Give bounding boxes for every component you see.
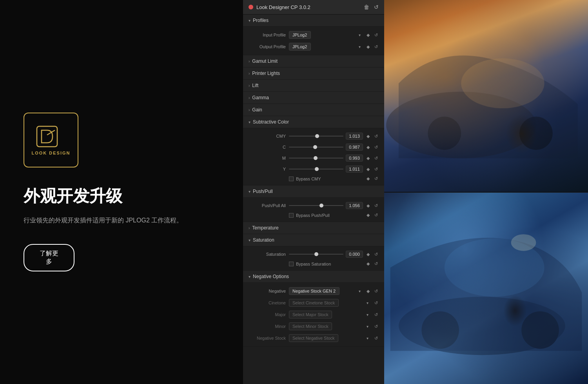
bypass-saturation-checkbox[interactable] [289, 262, 294, 266]
m-diamond[interactable]: ◆ [365, 156, 371, 161]
svg-point-3 [428, 116, 461, 150]
input-profile-diamond[interactable]: ◆ [365, 33, 371, 38]
subtractive-color-label: Subtractive Color [253, 119, 289, 125]
bypass-pushpull-checkbox[interactable] [289, 213, 294, 218]
bypass-cmy-actions: ◆ ↺ [365, 176, 379, 181]
push-pull-diamond[interactable]: ◆ [365, 203, 371, 208]
gamma-section-header[interactable]: › Gamma [243, 92, 384, 104]
minor-select[interactable]: Select Minor Stock [289, 322, 332, 330]
gamma-label: Gamma [252, 95, 269, 100]
bypass-saturation-reset[interactable]: ↺ [373, 261, 379, 266]
output-profile-reset[interactable]: ↺ [373, 44, 379, 49]
saturation-label: Saturation [253, 237, 274, 243]
cmy-slider[interactable] [289, 133, 343, 139]
negative-options-section-header[interactable]: ▾ Negative Options [243, 271, 384, 283]
bypass-cmy-checkbox[interactable] [289, 177, 294, 181]
neg-stock-reset[interactable]: ↺ [373, 336, 379, 341]
major-reset[interactable]: ↺ [373, 312, 379, 317]
printer-lights-arrow: › [249, 71, 250, 76]
gamut-limit-section-header[interactable]: › Gamut Limit [243, 55, 384, 67]
learn-more-button[interactable]: 了解更多 [24, 244, 74, 271]
saturation-value[interactable]: 0.000 [346, 251, 363, 258]
neg-stock-select[interactable]: Select Negative Stock [289, 334, 338, 342]
plugin-title: Look Designer CP 3.0.2 [256, 4, 310, 10]
bypass-cmy-label: Bypass CMY [296, 177, 321, 181]
reset-icon[interactable]: ↺ [374, 4, 379, 10]
bypass-cmy-reset[interactable]: ↺ [373, 176, 379, 181]
lift-section-header[interactable]: › Lift [243, 80, 384, 92]
push-pull-section-header[interactable]: ▾ Push/Pull [243, 186, 384, 198]
input-profile-select[interactable]: JPLog2 [289, 31, 311, 39]
push-pull-track [289, 205, 343, 206]
c-reset[interactable]: ↺ [373, 145, 379, 150]
bypass-pushpull-diamond[interactable]: ◆ [365, 213, 371, 218]
minor-row: Minor Select Minor Stock ↺ [243, 320, 384, 332]
svg-point-9 [511, 234, 536, 251]
c-thumb [313, 145, 317, 149]
m-slider[interactable] [289, 155, 343, 161]
push-pull-value[interactable]: 1.056 [346, 202, 363, 209]
negative-wrapper: Negative Stock GEN 2 [289, 287, 363, 295]
saturation-arrow: ▾ [249, 238, 250, 242]
saturation-track [289, 254, 343, 255]
bypass-cmy-row: Bypass CMY ◆ ↺ [283, 175, 384, 183]
major-wrapper: Select Major Stock [289, 311, 371, 318]
c-value[interactable]: 0.987 [346, 144, 363, 151]
gain-arrow: › [249, 108, 250, 112]
y-reset[interactable]: ↺ [373, 167, 379, 172]
cinetone-reset[interactable]: ↺ [373, 300, 379, 306]
c-slider[interactable] [289, 144, 343, 150]
output-profile-wrapper: JPLog2 [289, 43, 363, 51]
y-label: Y [249, 167, 286, 171]
push-pull-slider[interactable] [289, 202, 343, 209]
saturation-section-header[interactable]: ▾ Saturation [243, 234, 384, 246]
y-diamond[interactable]: ◆ [365, 167, 371, 172]
c-diamond[interactable]: ◆ [365, 145, 371, 150]
gain-section-header[interactable]: › Gain [243, 104, 384, 116]
minor-reset[interactable]: ↺ [373, 324, 379, 329]
push-pull-content: Push/Pull All 1.056 ◆ ↺ Bypass Push/Pull… [243, 198, 384, 222]
output-profile-select[interactable]: JPLog2 [289, 43, 311, 51]
profiles-section-header[interactable]: ▾ Profiles [243, 15, 384, 27]
plugin-panel: Look Designer CP 3.0.2 🗑 ↺ ▾ Profiles In… [243, 0, 384, 384]
car-image-top [384, 0, 588, 192]
negative-reset[interactable]: ↺ [373, 289, 379, 294]
subtractive-color-section-header[interactable]: ▾ Subtractive Color [243, 116, 384, 128]
trash-icon[interactable]: 🗑 [364, 4, 369, 10]
negative-options-label: Negative Options [253, 274, 289, 279]
negative-select[interactable]: Negative Stock GEN 2 [289, 287, 339, 295]
temperature-label: Temperature [252, 225, 278, 231]
temperature-section-header[interactable]: › Temperature [243, 222, 384, 234]
y-track [289, 169, 343, 169]
saturation-diamond[interactable]: ◆ [365, 252, 371, 257]
saturation-slider[interactable] [289, 251, 343, 257]
m-row: M 0.993 ◆ ↺ [243, 153, 384, 164]
m-value[interactable]: 0.993 [346, 155, 363, 162]
logo-icon [35, 125, 67, 148]
bypass-cmy-diamond[interactable]: ◆ [365, 176, 371, 181]
cmy-value[interactable]: 1.013 [346, 133, 363, 140]
m-reset[interactable]: ↺ [373, 156, 379, 161]
negative-row: Negative Negative Stock GEN 2 ◆ ↺ [243, 285, 384, 297]
bypass-pushpull-reset[interactable]: ↺ [373, 213, 379, 218]
major-label: Major [249, 312, 286, 317]
input-profile-reset[interactable]: ↺ [373, 33, 379, 38]
cmy-reset[interactable]: ↺ [373, 134, 379, 139]
negative-diamond[interactable]: ◆ [365, 289, 371, 294]
input-profile-row: Input Profile JPLog2 ◆ ↺ [243, 29, 384, 41]
output-profile-diamond[interactable]: ◆ [365, 44, 371, 49]
left-panel: LOOK DESIGN 外观开发升级 行业领先的外观开发插件适用于新的 JPLO… [0, 0, 243, 384]
major-select[interactable]: Select Major Stock [289, 311, 332, 318]
cmy-diamond[interactable]: ◆ [365, 134, 371, 139]
y-slider[interactable] [289, 166, 343, 172]
subtractive-color-arrow: ▾ [249, 120, 250, 124]
y-value[interactable]: 1.011 [346, 166, 363, 173]
header-actions: 🗑 ↺ [364, 4, 379, 10]
cinetone-select[interactable]: Select Cinetone Stock [289, 299, 339, 307]
bypass-saturation-diamond[interactable]: ◆ [365, 261, 371, 266]
gain-label: Gain [252, 107, 262, 113]
saturation-reset[interactable]: ↺ [373, 252, 379, 257]
printer-lights-section-header[interactable]: › Printer Lights [243, 67, 384, 80]
push-pull-reset[interactable]: ↺ [373, 203, 379, 208]
c-label: C [249, 145, 286, 149]
